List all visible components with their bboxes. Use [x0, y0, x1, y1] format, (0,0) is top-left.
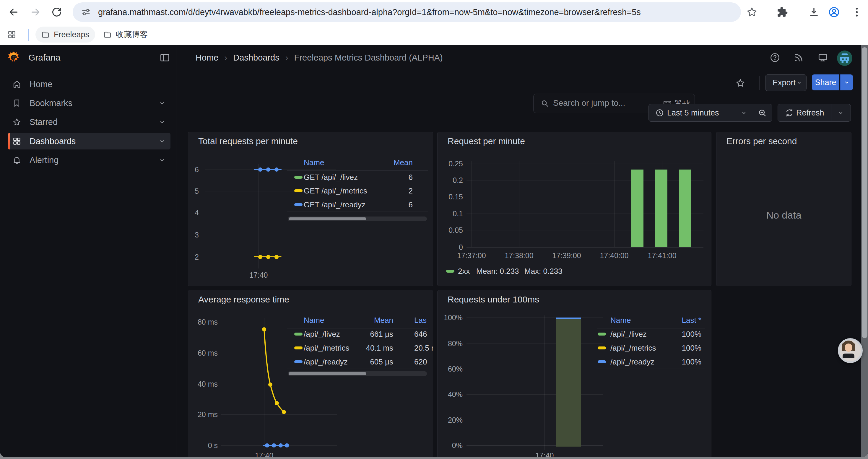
share-label: Share: [815, 78, 836, 87]
monitor-icon[interactable]: [817, 52, 828, 63]
panel-total-requests: Total requests per minute 6 5 4 3 2 17:4…: [188, 132, 433, 286]
data-point: [258, 255, 262, 259]
chevron-down-icon[interactable]: [159, 138, 166, 145]
url-text[interactable]: grafana.mathmast.com/d/deytv4rwavabkb/fr…: [98, 2, 641, 22]
legend-row-mean: 661 µs: [334, 330, 393, 339]
time-range-label: Last 5 minutes: [667, 108, 719, 118]
legend-header-mean[interactable]: Mean: [334, 316, 393, 325]
table-separator: [287, 170, 428, 171]
grafana-header: Grafana Home Dashboards Freeleaps Metric…: [0, 45, 868, 70]
active-indicator: [8, 133, 10, 150]
bookmark-star-icon[interactable]: [746, 6, 757, 18]
page-scrollbar-thumb[interactable]: [862, 47, 867, 338]
legend-header-last[interactable]: Last *: [642, 316, 701, 325]
time-range-picker[interactable]: Last 5 minutes: [649, 104, 772, 122]
extensions-icon[interactable]: [777, 6, 788, 18]
bookmark-folder-blogs[interactable]: 收藏博客: [97, 27, 154, 42]
forward-icon[interactable]: [30, 6, 41, 18]
legend-row-name[interactable]: GET /api/_/livez: [304, 173, 358, 182]
share-button[interactable]: Share: [812, 74, 839, 90]
breadcrumb-dashboards[interactable]: Dashboards: [233, 53, 279, 63]
search-icon: [541, 99, 549, 107]
refresh-button[interactable]: Refresh: [778, 104, 851, 122]
panel-title[interactable]: Requests under 100ms: [447, 294, 539, 304]
legend-header-mean[interactable]: Mean: [354, 158, 413, 167]
bookmark-label: Freeleaps: [54, 30, 89, 39]
sidebar-item-label: Bookmarks: [30, 98, 72, 108]
chevron-down-icon[interactable]: [159, 157, 166, 164]
sidebar-toggle-icon[interactable]: [159, 52, 170, 63]
floating-assistant-avatar[interactable]: [838, 338, 863, 363]
table-separator: [597, 341, 705, 341]
y-tick: 5: [188, 187, 199, 196]
no-data-message: No data: [716, 209, 851, 221]
share-dropdown-button[interactable]: [840, 74, 853, 90]
reload-icon[interactable]: [51, 6, 63, 18]
gridline: [545, 316, 545, 450]
sidebar-item-starred[interactable]: Starred: [8, 114, 170, 130]
legend-series-name[interactable]: 2xx: [458, 267, 470, 276]
grafana-logo-icon[interactable]: [7, 51, 21, 64]
site-settings-icon[interactable]: [81, 7, 91, 17]
favorite-star-icon[interactable]: [735, 78, 745, 88]
brand-name[interactable]: Grafana: [28, 45, 60, 70]
menu-dots-icon[interactable]: [851, 6, 863, 18]
legend-row-value: 6: [354, 173, 413, 182]
panel-avg-response-time: Average response time 80 ms 60 ms 40 ms …: [188, 290, 433, 457]
series-color-chip: [294, 203, 303, 206]
series-color-chip: [598, 333, 606, 335]
sidebar-item-dashboards[interactable]: Dashboards: [8, 133, 170, 150]
legend-scrollbar-track[interactable]: [288, 217, 427, 221]
legend-row-mean: 40.1 ms: [334, 343, 393, 353]
breadcrumb-home[interactable]: Home: [195, 53, 218, 63]
refresh-icon: [785, 108, 794, 117]
panel-title[interactable]: Errors per second: [726, 136, 797, 146]
bookmark-folder-freeleaps[interactable]: Freeleaps: [35, 27, 95, 42]
search-placeholder: Search or jump to...: [553, 94, 625, 112]
panel-title[interactable]: Total requests per minute: [198, 136, 298, 146]
chevron-down-icon: [741, 110, 747, 116]
folder-icon: [41, 30, 50, 39]
legend-header-name[interactable]: Name: [304, 316, 324, 325]
table-separator: [287, 211, 428, 212]
legend-scrollbar-thumb[interactable]: [289, 218, 366, 220]
legend-scrollbar-thumb[interactable]: [289, 372, 366, 375]
legend-header-name[interactable]: Name: [610, 316, 631, 325]
breadcrumb-current: Freeleaps Metrics Dashboard (ALPHA): [294, 53, 443, 63]
y-tick: 3: [188, 231, 199, 239]
download-icon[interactable]: [808, 6, 819, 18]
legend-row-value: 100%: [642, 343, 701, 353]
back-icon[interactable]: [8, 6, 20, 18]
table-separator: [287, 355, 428, 355]
y-tick: 0: [438, 243, 463, 252]
sidebar-item-label: Dashboards: [30, 136, 75, 146]
legend-scrollbar-track[interactable]: [288, 371, 427, 376]
legend-header-name[interactable]: Name: [304, 158, 324, 167]
help-icon[interactable]: [770, 52, 780, 63]
sidebar-item-bookmarks[interactable]: Bookmarks: [8, 95, 170, 111]
address-bar[interactable]: grafana.mathmast.com/d/deytv4rwavabkb/fr…: [73, 2, 741, 22]
news-rss-icon[interactable]: [793, 52, 804, 63]
page-scrollbar-track[interactable]: [861, 45, 868, 457]
legend-row-name[interactable]: /api/_/livez: [610, 330, 647, 339]
data-point: [279, 444, 283, 448]
chevron-down-icon[interactable]: [159, 100, 166, 107]
actions-divider: [759, 76, 760, 90]
sidebar-item-alerting[interactable]: Alerting: [8, 152, 170, 168]
avatar-hair-side: [852, 343, 855, 351]
y-tick: 80%: [438, 339, 463, 348]
legend-row-value: 100%: [642, 357, 701, 366]
legend-header-last[interactable]: Las: [414, 316, 427, 325]
chevron-down-icon[interactable]: [159, 119, 166, 126]
profile-avatar-icon[interactable]: [828, 6, 840, 18]
export-button[interactable]: Export: [765, 74, 807, 91]
zoom-out-icon[interactable]: [758, 108, 767, 117]
chevron-down-icon[interactable]: [838, 110, 844, 116]
data-point: [285, 444, 289, 448]
table-separator: [597, 328, 705, 328]
sidebar-item-home[interactable]: Home: [8, 76, 170, 93]
legend-row-value: 2: [354, 186, 413, 196]
panel-title[interactable]: Request per minute: [447, 136, 525, 146]
apps-grid-icon[interactable]: [7, 30, 16, 39]
user-avatar[interactable]: [837, 51, 852, 66]
